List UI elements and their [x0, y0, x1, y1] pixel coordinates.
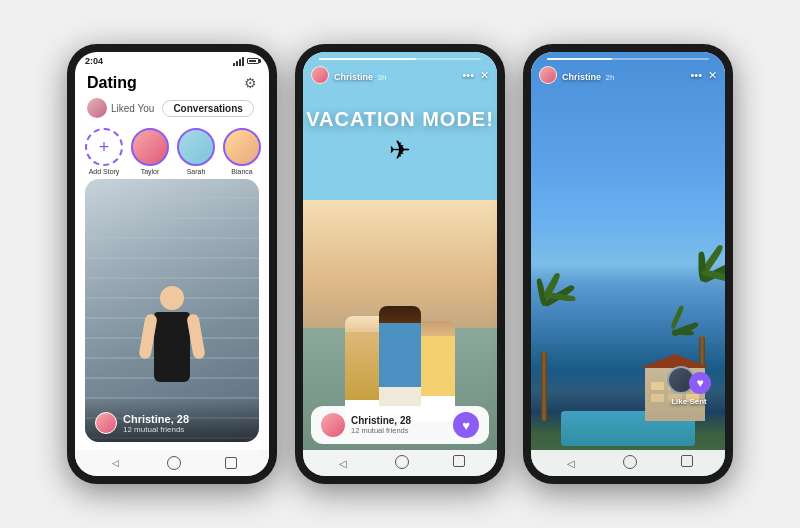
- story-avatar-sarah: [177, 128, 215, 166]
- story-profile-info-2: Christine, 28 12 mutual friends: [321, 413, 411, 437]
- story-time-3: 2h: [605, 73, 614, 82]
- time-display: 2:04: [85, 56, 103, 66]
- plane-emoji: ✈: [389, 135, 411, 166]
- dating-header: Dating ⚙: [75, 68, 269, 96]
- story-avatar-taylor: [131, 128, 169, 166]
- status-icons: [233, 57, 259, 66]
- story-screen-3: ♥ Like Sent Christine 2: [531, 52, 725, 476]
- battery-icon: [247, 58, 259, 64]
- phone-2-screen: Christine 3h ••• ✕ VACATION MODE! ✈: [303, 52, 497, 476]
- phone-3: ♥ Like Sent Christine 2: [523, 44, 733, 484]
- android-nav-1: ◁: [75, 450, 269, 476]
- story-user-info-3: Christine 2h: [539, 66, 614, 84]
- story-screen-2: Christine 3h ••• ✕ VACATION MODE! ✈: [303, 52, 497, 476]
- phone-1: 2:04 Dating ⚙ Li: [67, 44, 277, 484]
- dating-title: Dating: [87, 74, 137, 92]
- story-profile-mutual-2: 12 mutual friends: [351, 426, 411, 435]
- profile-mini-avatar: [95, 412, 117, 434]
- more-options-icon-3[interactable]: •••: [690, 69, 702, 81]
- tabs-row: Liked You Conversations: [75, 96, 269, 124]
- story-user-name-2: Christine: [334, 72, 373, 82]
- profile-info-overlay: Christine, 28 12 mutual friends: [85, 396, 259, 442]
- recent-btn-3[interactable]: [681, 455, 693, 467]
- story-bianca[interactable]: Bianca: [223, 128, 261, 175]
- story-progress-fill: [319, 58, 416, 60]
- story-user-avatar-3: [539, 66, 557, 84]
- close-story-icon-3[interactable]: ✕: [708, 69, 717, 82]
- recent-btn-2[interactable]: [453, 455, 465, 467]
- story-top-bar-3: Christine 2h ••• ✕: [531, 60, 725, 88]
- recent-button[interactable]: [225, 457, 237, 469]
- like-heart-button-2[interactable]: ♥: [453, 412, 479, 438]
- back-button[interactable]: ◁: [107, 455, 123, 471]
- like-sent-label: Like Sent: [671, 397, 707, 406]
- story-progress-bar: [319, 58, 481, 60]
- close-story-icon[interactable]: ✕: [480, 69, 489, 82]
- android-nav-2: ◁: [303, 450, 497, 476]
- story-overlay-3: Christine 2h ••• ✕ ◁: [531, 52, 725, 476]
- story-profile-avatar-2: [321, 413, 345, 437]
- status-bar-1: 2:04: [75, 52, 269, 68]
- story-user-info-2: Christine 3h: [311, 66, 386, 84]
- liked-avatar: [87, 98, 107, 118]
- story-add[interactable]: + Add Story: [85, 128, 123, 175]
- add-story-button[interactable]: +: [85, 128, 123, 166]
- home-btn-2[interactable]: [395, 455, 409, 469]
- story-content-2: VACATION MODE! ✈: [303, 88, 497, 406]
- more-options-icon[interactable]: •••: [462, 69, 474, 81]
- story-profile-card-2: Christine, 28 12 mutual friends ♥: [311, 406, 489, 444]
- story-label-sarah: Sarah: [187, 168, 206, 175]
- phone-3-screen: ♥ Like Sent Christine 2: [531, 52, 725, 476]
- story-label-taylor: Taylor: [141, 168, 160, 175]
- home-btn-3[interactable]: [623, 455, 637, 469]
- story-label-bianca: Bianca: [231, 168, 252, 175]
- profile-mutual-friends: 12 mutual friends: [123, 425, 189, 434]
- like-sent-heart-icon: ♥: [689, 372, 711, 394]
- story-profile-name-2: Christine, 28: [351, 415, 411, 426]
- story-top-icons-2: ••• ✕: [462, 69, 489, 82]
- like-sent-badge: ♥ Like Sent: [667, 366, 711, 406]
- stories-row: + Add Story Taylor Sarah Bianca: [75, 124, 269, 179]
- story-top-icons-3: ••• ✕: [690, 69, 717, 82]
- profile-name: Christine, 28: [123, 413, 189, 425]
- story-user-avatar-2: [311, 66, 329, 84]
- phone-2: Christine 3h ••• ✕ VACATION MODE! ✈: [295, 44, 505, 484]
- story-time-2: 3h: [377, 73, 386, 82]
- tab-conversations[interactable]: Conversations: [162, 100, 253, 117]
- phone-1-screen: 2:04 Dating ⚙ Li: [75, 52, 269, 476]
- settings-icon[interactable]: ⚙: [244, 75, 257, 91]
- home-button[interactable]: [167, 456, 181, 470]
- story-add-label: Add Story: [89, 168, 120, 175]
- story-top-bar-2: Christine 3h ••• ✕: [303, 60, 497, 88]
- tab-liked-you[interactable]: Liked You: [87, 98, 154, 118]
- story-avatar-bianca: [223, 128, 261, 166]
- story-progress-fill-3: [547, 58, 612, 60]
- profile-card[interactable]: Christine, 28 12 mutual friends: [85, 179, 259, 442]
- story-bottom-2: Christine, 28 12 mutual friends ♥: [303, 406, 497, 450]
- signal-icon: [233, 57, 244, 66]
- android-nav-3: ◁: [531, 450, 725, 476]
- story-overlay-2: Christine 3h ••• ✕ VACATION MODE! ✈: [303, 52, 497, 476]
- story-user-name-3: Christine: [562, 72, 601, 82]
- story-taylor[interactable]: Taylor: [131, 128, 169, 175]
- story-progress-bar-3: [547, 58, 709, 60]
- back-btn-3[interactable]: ◁: [563, 455, 579, 471]
- story-sarah[interactable]: Sarah: [177, 128, 215, 175]
- back-btn-2[interactable]: ◁: [335, 455, 351, 471]
- story-text: VACATION MODE!: [306, 108, 494, 131]
- profile-person: [132, 286, 212, 406]
